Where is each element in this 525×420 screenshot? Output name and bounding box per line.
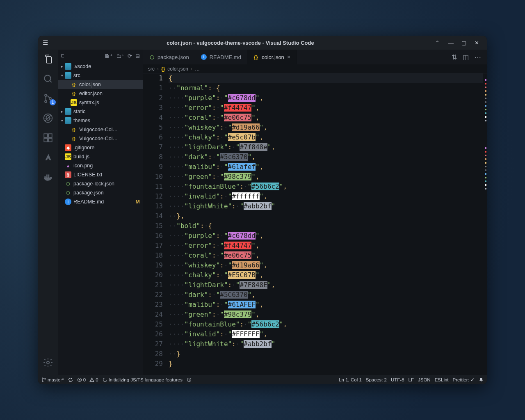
status-encoding[interactable]: UTF-8 [391,377,404,382]
svg-point-16 [42,378,43,379]
folder-row[interactable]: ▾themes [58,116,143,125]
menu-button[interactable]: ☰ [38,39,52,46]
file-row[interactable]: ⬡package.json [58,188,143,197]
file-label: build.js [73,154,89,160]
clock-icon [187,377,192,382]
scm-icon[interactable]: 1 [43,93,53,104]
collapse-icon[interactable]: ⌃ [435,40,441,46]
folder-row[interactable]: ▸.vscode [58,62,143,71]
window-title: color.json - vulgocode-theme-vscode - Vi… [52,40,429,46]
tab-package-json[interactable]: ⬡package.json [143,50,195,64]
azure-icon[interactable] [43,152,53,163]
debug-icon[interactable] [43,113,53,123]
svg-rect-14 [48,175,49,176]
file-label: editor.json [79,91,103,96]
minimap[interactable] [483,73,487,375]
file-row[interactable]: ⬡package-lock.json [58,179,143,188]
status-linter[interactable]: ESLint [435,377,449,382]
file-row[interactable]: {}color.json [58,80,143,89]
new-file-icon[interactable]: 🗎⁺ [105,53,113,59]
file-row[interactable]: iREADME.mdM [58,197,143,206]
file-label: Vulgocode-Col… [79,136,118,142]
status-clock[interactable] [187,377,192,382]
file-label: package.json [73,190,104,196]
file-row[interactable]: §LICENSE.txt [58,170,143,179]
close-icon[interactable]: ✕ [475,40,480,46]
file-label: package-lock.json [73,181,114,187]
status-indent[interactable]: Spaces: 2 [366,377,387,382]
svg-point-3 [49,98,51,100]
file-row[interactable]: {}editor.json [58,89,143,98]
status-lang[interactable]: JSON [418,377,431,382]
activity-bar: 1 [38,50,58,375]
svg-point-17 [42,381,43,382]
tab-close-icon[interactable]: × [287,54,290,60]
tab-bar: ⬡package.jsoniREADME.md{}color.json×⇅◫⋯ [143,50,487,64]
file-row[interactable]: ◆.gitignore [58,143,143,152]
editor-code-area[interactable]: 1123456789101112131415161718192021222324… [143,73,487,375]
crumb[interactable]: src [148,66,155,72]
code-content[interactable]: {··"normal":·{····"purple":·"#c678dd",··… [167,73,483,375]
minimize-icon[interactable]: — [448,40,454,46]
tab-README-md[interactable]: iREADME.md [195,50,247,64]
file-row[interactable]: {}Vulgocode-Col… [58,125,143,134]
new-folder-icon[interactable]: 🗀⁺ [116,53,124,59]
tab-label: package.json [158,54,189,60]
file-tree[interactable]: ▸.vscode▾src{}color.json{}editor.jsonJSs… [58,62,143,375]
svg-point-18 [45,379,46,379]
svg-rect-12 [48,176,49,178]
status-eol[interactable]: LF [409,377,414,382]
explorer-icon[interactable] [43,54,53,64]
refresh-icon[interactable]: ⟳ [128,53,132,59]
svg-rect-9 [48,134,52,137]
status-branch[interactable]: master* [41,377,64,382]
chevron-icon: ▾ [59,119,64,123]
extensions-icon[interactable] [43,132,53,143]
editor-group: ⬡package.jsoniREADME.md{}color.json×⇅◫⋯ … [143,50,487,375]
svg-point-0 [44,75,50,81]
status-sync[interactable] [68,377,73,382]
window-controls: ⌃ — ▢ ✕ [429,40,487,46]
breadcrumbs[interactable]: src›{}color.json›… [143,64,487,73]
file-label: color.json [79,82,101,87]
tab-color-json[interactable]: {}color.json× [247,50,297,64]
status-formatter[interactable]: Prettier: ✓ [453,377,475,383]
compare-icon[interactable]: ⇅ [452,53,457,61]
svg-point-1 [45,94,47,96]
file-row[interactable]: ▲icon.png [58,161,143,170]
chevron-icon: ▾ [59,73,64,78]
file-row[interactable]: JSsyntax.js [58,98,143,107]
settings-gear-icon[interactable] [43,357,53,368]
crumb[interactable]: color.json [167,66,188,72]
maximize-icon[interactable]: ▢ [461,40,467,46]
collapse-all-icon[interactable]: ⊟ [135,53,140,59]
folder-row[interactable]: ▾src [58,71,143,80]
status-problems[interactable]: 0 0 [77,377,98,382]
scm-badge: 1 [50,99,56,105]
split-icon[interactable]: ◫ [463,53,469,61]
folder-icon [65,63,71,70]
docker-icon[interactable] [43,172,53,183]
vscode-window: ☰ color.json - vulgocode-theme-vscode - … [38,36,487,384]
status-bell[interactable] [479,377,484,382]
file-row[interactable]: {}Vulgocode-Col… [58,134,143,143]
more-icon[interactable]: ⋯ [475,53,481,61]
chevron-icon: ▸ [59,64,64,68]
file-label: themes [73,118,90,123]
folder-row[interactable]: ▸static [58,107,143,116]
titlebar: ☰ color.json - vulgocode-theme-vscode - … [38,36,487,50]
svg-point-2 [45,100,47,103]
file-row[interactable]: JSbuild.js [58,152,143,161]
modified-badge: M [136,199,140,205]
git-branch-icon [41,377,46,382]
file-label: static [73,109,85,114]
status-position[interactable]: Ln 1, Col 1 [339,377,362,382]
search-icon[interactable] [43,73,53,84]
folder-icon [65,117,71,124]
file-label: .vscode [73,64,91,69]
crumb[interactable]: … [195,66,200,72]
warning-icon [89,377,94,382]
folder-icon [65,72,71,79]
status-task[interactable]: Initializing JS/TS language features [103,377,183,382]
sync-icon [68,377,73,382]
